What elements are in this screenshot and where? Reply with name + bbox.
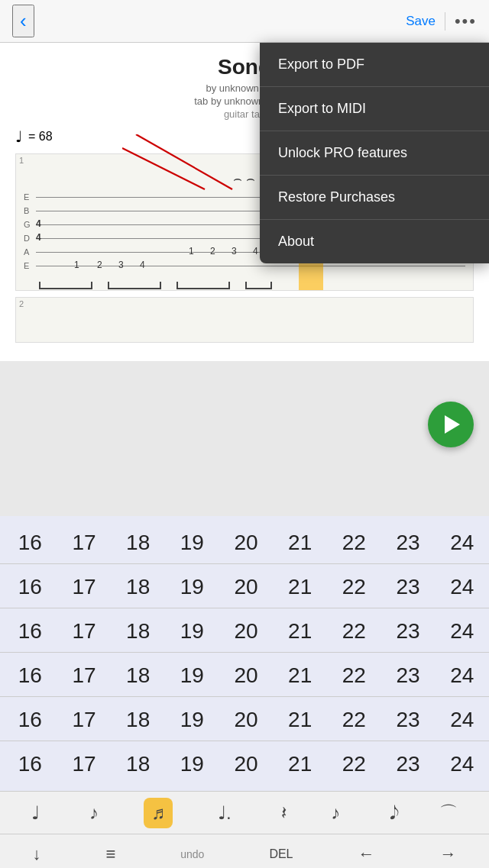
fret-number[interactable]: 16 xyxy=(3,752,57,776)
fret-number[interactable]: 18 xyxy=(111,663,165,688)
dropdown-item-about[interactable]: About xyxy=(260,220,489,263)
fret-number[interactable]: 16 xyxy=(3,708,57,732)
fret-number[interactable]: 17 xyxy=(57,531,112,555)
fret-number[interactable]: 21 xyxy=(273,619,327,644)
fret-row-0[interactable]: 161718192021222324 xyxy=(0,522,489,564)
play-icon xyxy=(445,415,460,434)
save-button[interactable]: Save xyxy=(406,14,436,29)
fret-number[interactable]: 24 xyxy=(435,663,489,688)
fret-number[interactable]: 23 xyxy=(381,619,436,644)
fret-number[interactable]: 23 xyxy=(381,531,436,555)
toolbar-triplet-button[interactable]: ♪ xyxy=(326,798,345,828)
fret-number[interactable]: 23 xyxy=(381,575,436,599)
measure-1-number: 1 xyxy=(19,156,24,165)
fret-number[interactable]: 20 xyxy=(219,619,274,644)
fret-number[interactable]: 24 xyxy=(435,619,489,644)
header: ‹ Save ••• xyxy=(0,0,489,43)
measure-2-number: 2 xyxy=(19,299,24,308)
del-button[interactable]: DEL xyxy=(257,841,305,867)
fret-row-2[interactable]: 161718192021222324 xyxy=(0,611,489,653)
fret-number[interactable]: 17 xyxy=(57,752,112,776)
fret-number[interactable]: 19 xyxy=(165,752,219,776)
fret-number[interactable]: 23 xyxy=(381,708,436,732)
fret-number[interactable]: 22 xyxy=(327,619,381,644)
down-arrow-button[interactable]: ↓ xyxy=(20,838,53,869)
dropdown-item-export-pdf[interactable]: Export to PDF xyxy=(260,43,489,87)
tab-section-2: 2 xyxy=(15,297,474,343)
fret-number[interactable]: 24 xyxy=(435,575,489,599)
fret-number[interactable]: 16 xyxy=(3,575,57,599)
forward-arrow-button[interactable]: → xyxy=(427,838,468,869)
dropdown-item-restore[interactable]: Restore Purchases xyxy=(260,176,489,220)
fret-row-4[interactable]: 161718192021222324 xyxy=(0,699,489,741)
tempo-note-icon: ♩ xyxy=(15,127,22,146)
fret-number[interactable]: 23 xyxy=(381,663,436,688)
fret-number[interactable]: 22 xyxy=(327,752,381,776)
fret-number[interactable]: 18 xyxy=(111,708,165,732)
fret-number[interactable]: 19 xyxy=(165,619,219,644)
fret-number[interactable]: 18 xyxy=(111,619,165,644)
fret-number[interactable]: 16 xyxy=(3,531,57,555)
fret-number[interactable]: 17 xyxy=(57,708,112,732)
fret-number[interactable]: 22 xyxy=(327,531,381,555)
fret-number[interactable]: 16 xyxy=(3,619,57,644)
undo-button[interactable]: undo xyxy=(168,842,216,866)
dropdown-menu: Export to PDFExport to MIDIUnlock PRO fe… xyxy=(260,43,489,263)
fret-number[interactable]: 18 xyxy=(111,531,165,555)
toolbar-curve-button[interactable]: ⌒ xyxy=(435,796,462,830)
fret-row-1[interactable]: 161718192021222324 xyxy=(0,566,489,608)
fret-number[interactable]: 21 xyxy=(273,752,327,776)
fret-number[interactable]: 20 xyxy=(219,708,274,732)
fret-number[interactable]: 24 xyxy=(435,752,489,776)
menu-button[interactable]: ≡ xyxy=(93,838,128,869)
fret-number[interactable]: 20 xyxy=(219,752,274,776)
fret-number[interactable]: 20 xyxy=(219,531,274,555)
fret-number[interactable]: 21 xyxy=(273,663,327,688)
fret-number[interactable]: 19 xyxy=(165,531,219,555)
toolbar-dotted-note-button[interactable]: ♩. xyxy=(213,798,236,828)
toolbar-eighth-note-button[interactable]: ♪ xyxy=(85,798,103,828)
fret-number[interactable]: 21 xyxy=(273,575,327,599)
back-button[interactable]: ‹ xyxy=(12,5,34,37)
toolbar: ♩♪♬♩.𝄽♪𝅘𝅥𝅮⌒ xyxy=(0,791,489,834)
fret-number[interactable]: 22 xyxy=(327,663,381,688)
fret-row-3[interactable]: 161718192021222324 xyxy=(0,655,489,697)
fret-number[interactable]: 16 xyxy=(3,663,57,688)
fret-number[interactable]: 17 xyxy=(57,575,112,599)
fret-number[interactable]: 18 xyxy=(111,752,165,776)
header-divider xyxy=(445,12,445,31)
fret-number[interactable]: 22 xyxy=(327,575,381,599)
fret-number[interactable]: 19 xyxy=(165,663,219,688)
header-right: Save ••• xyxy=(406,11,477,31)
tempo-value: = 68 xyxy=(28,130,53,144)
fret-number[interactable]: 20 xyxy=(219,663,274,688)
toolbar-sixteenth-note-button[interactable]: ♬ xyxy=(144,798,173,828)
play-button[interactable] xyxy=(428,402,474,447)
fret-number[interactable]: 17 xyxy=(57,663,112,688)
toolbar-double-note-button[interactable]: 𝅘𝅥𝅮 xyxy=(385,798,394,828)
fret-number[interactable]: 18 xyxy=(111,575,165,599)
fret-number[interactable]: 24 xyxy=(435,531,489,555)
toolbar-quarter-note-button[interactable]: ♩ xyxy=(27,798,44,828)
fret-number[interactable]: 23 xyxy=(381,752,436,776)
toolbar-rest-button[interactable]: 𝄽 xyxy=(277,798,286,828)
fret-grid[interactable]: 1617181920212223241617181920212223241617… xyxy=(0,516,489,791)
dropdown-item-export-midi[interactable]: Export to MIDI xyxy=(260,87,489,131)
fret-number[interactable]: 19 xyxy=(165,575,219,599)
bottom-nav: ↓ ≡ undo DEL ← → xyxy=(0,834,489,868)
fret-number[interactable]: 22 xyxy=(327,708,381,732)
back-arrow-button[interactable]: ← xyxy=(345,838,387,869)
fret-number[interactable]: 20 xyxy=(219,575,274,599)
fret-number[interactable]: 21 xyxy=(273,708,327,732)
fret-number[interactable]: 17 xyxy=(57,619,112,644)
fret-number[interactable]: 19 xyxy=(165,708,219,732)
fret-row-5[interactable]: 161718192021222324 xyxy=(0,744,489,786)
dropdown-item-unlock-pro[interactable]: Unlock PRO features xyxy=(260,131,489,176)
fret-number[interactable]: 21 xyxy=(273,531,327,555)
fret-number[interactable]: 24 xyxy=(435,708,489,732)
more-button[interactable]: ••• xyxy=(455,11,477,31)
